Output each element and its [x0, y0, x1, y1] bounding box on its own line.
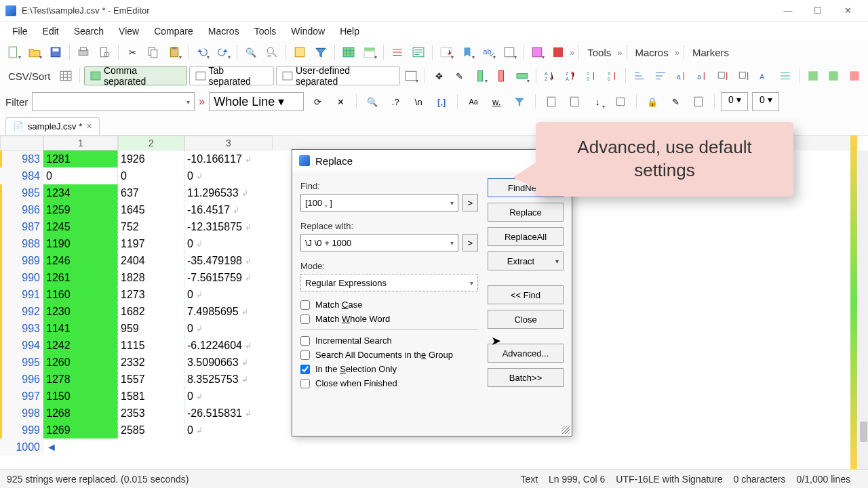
csv-more-icon[interactable]: [402, 66, 421, 85]
extract-icon[interactable]: [290, 43, 309, 62]
doc2-icon[interactable]: [565, 92, 584, 111]
csv-settings-icon[interactable]: [57, 66, 76, 85]
print-icon[interactable]: [74, 43, 93, 62]
status-position[interactable]: Ln 999, Col 6: [549, 474, 605, 485]
row-number[interactable]: 984: [0, 167, 43, 184]
extract-button[interactable]: Extract: [488, 251, 564, 270]
clear-icon[interactable]: ✕: [331, 92, 350, 111]
minimize-button[interactable]: —: [773, 1, 803, 20]
shorten-asc-icon[interactable]: [630, 66, 649, 85]
replace-all-button[interactable]: Replace All: [488, 227, 564, 246]
row-number[interactable]: 988: [0, 235, 43, 252]
cell-c1[interactable]: 1260: [43, 354, 118, 371]
cell-c2[interactable]: 2585: [118, 422, 184, 439]
user-separated-button[interactable]: User-defined separated: [276, 66, 399, 85]
tab-close-icon[interactable]: ✕: [86, 122, 92, 131]
cell-c3[interactable]: 0↲: [184, 320, 273, 337]
cell-c3[interactable]: 11.296533↲: [184, 184, 273, 201]
num1-input[interactable]: 0 ▾: [721, 92, 748, 111]
cell-c1[interactable]: 1150: [43, 388, 118, 405]
menu-window[interactable]: Window: [284, 23, 332, 39]
maximize-button[interactable]: ☐: [803, 1, 833, 20]
all-docs-checkbox[interactable]: Search All Documents in the Group: [300, 350, 478, 360]
row-number[interactable]: 999: [0, 422, 43, 439]
lock-icon[interactable]: 🔒: [643, 92, 662, 111]
col-1[interactable]: 1: [43, 136, 118, 150]
move-icon[interactable]: ✥: [429, 66, 448, 85]
replace-more-button[interactable]: >: [462, 234, 478, 251]
cell-c3[interactable]: 0↲: [184, 388, 273, 405]
cell-c1[interactable]: 1230: [43, 303, 118, 320]
whole-word-checkbox[interactable]: Match Whole Word: [300, 314, 478, 324]
cell-c3[interactable]: -6.1224604↲: [184, 337, 273, 354]
save-icon[interactable]: [46, 43, 65, 62]
find-icon[interactable]: 🔍: [241, 43, 260, 62]
arrow-down-icon[interactable]: ↓: [588, 92, 607, 111]
grid2-icon[interactable]: [825, 66, 844, 85]
cell-c2[interactable]: 1557: [118, 371, 184, 388]
sort-90-icon[interactable]: 90: [603, 66, 622, 85]
plugin1-icon[interactable]: [528, 43, 547, 62]
replace-input[interactable]: \J \0 + 1000: [300, 234, 458, 251]
cell-c1[interactable]: 1278: [43, 371, 118, 388]
cell-c3[interactable]: 0↲: [184, 235, 273, 252]
red-square-icon[interactable]: [549, 43, 568, 62]
row-icon[interactable]: [513, 66, 532, 85]
row-number[interactable]: 989: [0, 252, 43, 269]
cell-c1[interactable]: 1269: [43, 422, 118, 439]
filter-input[interactable]: [32, 92, 195, 111]
table-row[interactable]: 1000◄: [0, 439, 859, 455]
cell-c1[interactable]: 1245: [43, 218, 118, 235]
row-number[interactable]: 1000: [0, 439, 43, 455]
cell-c3[interactable]: 0↲: [184, 167, 273, 184]
word-desc-icon[interactable]: a: [692, 66, 711, 85]
menu-search[interactable]: Search: [67, 23, 111, 39]
col-2[interactable]: 2: [118, 136, 184, 150]
csv-icon[interactable]: [339, 43, 358, 62]
cell-c2[interactable]: 752: [118, 218, 184, 235]
newline-tool-icon[interactable]: \n: [409, 92, 428, 111]
cell-c1[interactable]: 1190: [43, 235, 118, 252]
status-mode[interactable]: Text: [520, 474, 538, 485]
cell-c1[interactable]: ◄: [43, 439, 118, 455]
row-number[interactable]: 998: [0, 405, 43, 422]
cell-c2[interactable]: 1682: [118, 303, 184, 320]
tab-separated-button[interactable]: Tab separated: [189, 66, 274, 85]
cell-c1[interactable]: 0: [43, 167, 118, 184]
cell-c1[interactable]: 1281: [43, 150, 118, 167]
mode-select[interactable]: Regular Expressions: [300, 274, 478, 291]
cell-c3[interactable]: 7.4985695↲: [184, 303, 273, 320]
cell-c3[interactable]: 0↲: [184, 422, 273, 439]
undo-icon[interactable]: [193, 43, 212, 62]
menu-view[interactable]: View: [112, 23, 146, 39]
spell-icon[interactable]: ab: [479, 43, 498, 62]
grid1-icon[interactable]: [804, 66, 823, 85]
cell-c3[interactable]: 0↲: [184, 286, 273, 303]
menu-macros[interactable]: Macros: [201, 23, 246, 39]
cell-c1[interactable]: 1160: [43, 286, 118, 303]
heading-icon[interactable]: [360, 43, 379, 62]
cell-c1[interactable]: 1259: [43, 201, 118, 218]
more-icon[interactable]: [500, 43, 519, 62]
back-find-button[interactable]: << Find: [488, 285, 564, 304]
cell-c2[interactable]: 2353: [118, 405, 184, 422]
cell-c2[interactable]: 1645: [118, 201, 184, 218]
col-del-icon[interactable]: [492, 66, 511, 85]
cell-c1[interactable]: 1246: [43, 252, 118, 269]
replace-icon[interactable]: [262, 43, 281, 62]
cell-c2[interactable]: 2332: [118, 354, 184, 371]
note-icon[interactable]: [689, 92, 708, 111]
word-icon[interactable]: w.: [487, 92, 506, 111]
num2-input[interactable]: 0 ▾: [752, 92, 779, 111]
wildcard-icon[interactable]: .?: [386, 92, 405, 111]
row-number[interactable]: 992: [0, 303, 43, 320]
date-asc-icon[interactable]: [713, 66, 732, 85]
tool-icon[interactable]: ✎: [450, 66, 469, 85]
status-encoding[interactable]: UTF-16LE with Signature: [616, 474, 722, 485]
funnel-icon[interactable]: [510, 92, 529, 111]
cell-c3[interactable]: -16.4517↲: [184, 201, 273, 218]
wrap-window-icon[interactable]: [409, 43, 428, 62]
incremental-checkbox[interactable]: Incremental Search: [300, 336, 478, 346]
row-number[interactable]: 985: [0, 184, 43, 201]
sort-09-icon[interactable]: 09: [582, 66, 601, 85]
